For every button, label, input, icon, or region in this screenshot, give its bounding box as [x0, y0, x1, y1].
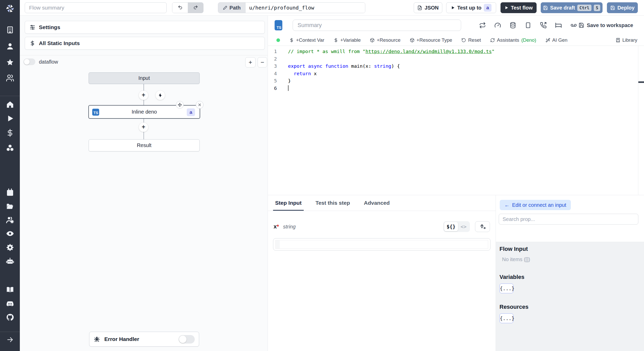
users-gear-icon[interactable] [6, 216, 14, 224]
code-editor[interactable]: 1// import * as wmill from "https://deno… [268, 46, 644, 195]
book-open-icon[interactable] [6, 286, 14, 294]
static-inputs-label: All Static Inputs [39, 40, 80, 46]
save-draft-button[interactable]: Save draft Ctrl S [541, 2, 603, 13]
search-prop-input[interactable] [499, 214, 638, 225]
undo-button[interactable] [172, 3, 188, 13]
tab-step-input[interactable]: Step Input [275, 195, 302, 211]
zoom-out-button[interactable]: − [258, 57, 267, 67]
wand-icon [546, 38, 550, 42]
arrow-right-icon[interactable] [6, 336, 14, 343]
folder-open-icon[interactable] [6, 202, 14, 211]
resource-button[interactable]: +Resource [370, 37, 400, 43]
kbd-ctrl: Ctrl [577, 5, 591, 11]
ai-gen-button[interactable]: AI Gen [546, 37, 567, 43]
path-edit-button[interactable]: Path [218, 3, 245, 13]
delete-step-button[interactable] [196, 101, 204, 109]
zap-icon [158, 93, 163, 98]
file-json-icon [417, 5, 422, 10]
resources-title: Resources [499, 304, 640, 310]
windmill-logo-icon[interactable] [5, 4, 15, 13]
library-button[interactable]: Library [616, 37, 644, 43]
variable-button[interactable]: +Variable [334, 37, 361, 43]
editor-gutter [276, 240, 280, 249]
editor-overview-ruler[interactable] [638, 46, 644, 195]
redo-button[interactable] [188, 3, 203, 13]
flow-node-inline-deno[interactable]: TS Inline deno a [88, 105, 200, 119]
square-icon[interactable] [525, 22, 531, 29]
library-label: Library [622, 37, 637, 43]
phone-incoming-icon[interactable] [540, 22, 547, 29]
resources-expand-button[interactable]: {...} [499, 313, 513, 323]
cubes-icon[interactable] [6, 144, 14, 152]
play-icon[interactable] [6, 114, 14, 123]
star-icon[interactable] [6, 58, 14, 66]
tab-test-this-step[interactable]: Test this step [316, 195, 350, 211]
step-id-badge: a [187, 108, 195, 116]
resource-type-button[interactable]: +Resource Type [410, 37, 452, 43]
user-icon[interactable] [6, 42, 14, 50]
deploy-button[interactable]: Deploy [607, 2, 638, 13]
dataflow-toggle[interactable] [23, 58, 35, 65]
flow-panel: Settings All Static Inputs dataflow + − … [20, 16, 268, 351]
flow-node-result[interactable]: Result [89, 139, 200, 151]
json-label: JSON [425, 5, 438, 11]
save-to-workspace-button[interactable]: Save to workspace [579, 22, 633, 28]
test-flow-button[interactable]: Test flow [501, 2, 537, 13]
trigger-zap-button[interactable] [156, 91, 165, 100]
bed-icon[interactable] [555, 22, 562, 29]
users-icon[interactable] [6, 74, 14, 82]
gear-icon[interactable] [6, 243, 14, 252]
variables-expand-button[interactable]: {...} [499, 284, 513, 293]
input-mode-toggle: ${} <> [443, 221, 470, 232]
error-handler[interactable]: Error Handler [89, 332, 199, 347]
flow-summary-input[interactable] [25, 2, 167, 13]
database-icon[interactable] [510, 22, 516, 29]
move-step-button[interactable] [176, 101, 184, 109]
settings-label: Settings [39, 24, 60, 30]
error-handler-toggle[interactable] [179, 335, 195, 344]
step-summary-input[interactable] [293, 20, 461, 31]
robot-icon[interactable] [6, 257, 14, 265]
edit-or-connect-button[interactable]: ← Edit or connect an input [500, 200, 571, 210]
flow-input-empty: No items ([]) [502, 256, 640, 262]
dollar-icon [30, 40, 35, 46]
flow-settings-button[interactable]: Settings [25, 21, 265, 34]
insert-step-button[interactable]: + [139, 91, 148, 100]
step-input-panel: Step InputTest this stepAdvanced x* stri… [268, 195, 496, 351]
flow-node-input[interactable]: Input [89, 72, 200, 84]
github-icon[interactable] [6, 313, 14, 321]
typescript-badge: TS [275, 20, 282, 30]
arg-value-input[interactable] [281, 240, 487, 249]
zoom-in-button[interactable]: + [245, 57, 256, 67]
all-static-inputs-button[interactable]: All Static Inputs [25, 37, 265, 50]
gauge-icon[interactable] [494, 22, 501, 29]
code-mode-button[interactable]: <> [458, 222, 469, 231]
test-up-to-button[interactable]: Test up to a [446, 2, 496, 13]
discord-icon[interactable] [6, 299, 14, 308]
building-icon[interactable] [6, 26, 14, 34]
save-icon [610, 5, 615, 10]
expr-mode-button[interactable]: ${} [444, 222, 458, 231]
dollar-icon [289, 38, 294, 42]
dollar-icon[interactable] [6, 129, 14, 137]
book-icon [616, 38, 620, 42]
tab-advanced[interactable]: Advanced [364, 195, 389, 211]
calendar-icon[interactable] [6, 188, 14, 196]
json-button[interactable]: JSON [414, 2, 442, 13]
context-var-button[interactable]: +Context Var [289, 37, 324, 43]
connect-input-button[interactable] [475, 221, 490, 232]
voicemail-icon[interactable] [570, 22, 577, 29]
reset-button[interactable]: Reset [461, 37, 481, 43]
eye-icon[interactable] [6, 229, 14, 238]
path-input[interactable] [245, 3, 365, 13]
code-line: 4 return x [268, 70, 644, 78]
save-icon [543, 5, 548, 10]
insert-step-button[interactable]: + [139, 123, 148, 132]
sliders-icon [30, 24, 35, 30]
package-icon [410, 38, 414, 42]
step-tabs: Step InputTest this stepAdvanced [268, 195, 496, 211]
undo-redo-group [172, 2, 204, 13]
home-icon[interactable] [6, 100, 14, 109]
assistants-button[interactable]: Assistants(Deno) [490, 37, 536, 43]
repeat-icon[interactable] [479, 22, 486, 29]
